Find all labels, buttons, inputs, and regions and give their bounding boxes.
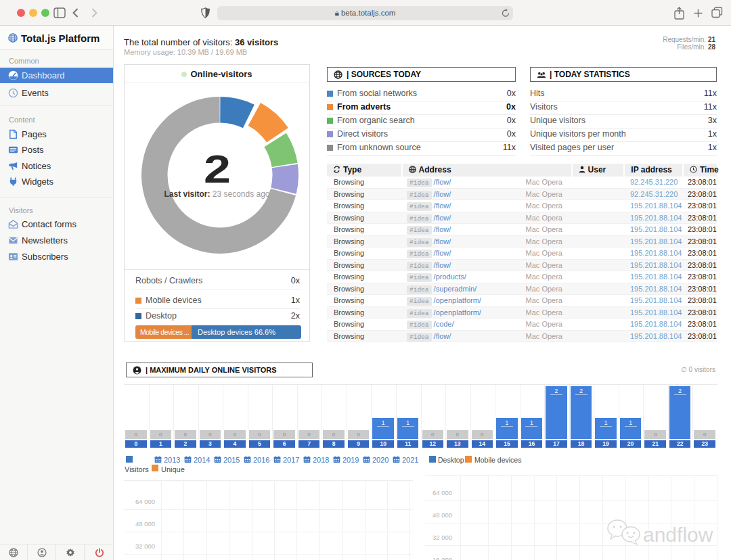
svg-text:andflow: andflow	[643, 523, 713, 546]
